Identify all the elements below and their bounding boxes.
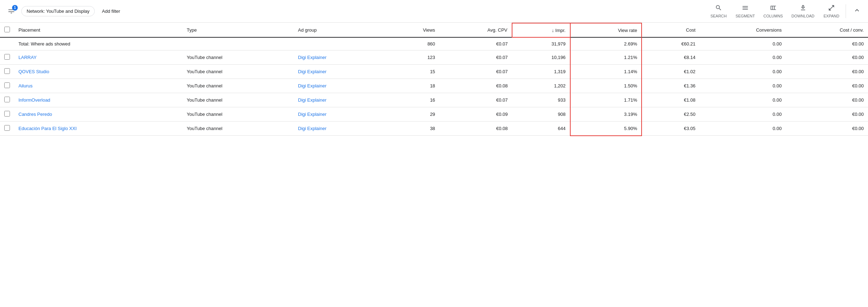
table-row: AilurusYouTube channelDigi Explainer18€0… [0,79,868,93]
download-icon [800,4,807,13]
columns-action[interactable]: COLUMNS [763,4,783,18]
total-checkbox-cell [0,37,14,50]
row-views: 29 [387,107,439,122]
network-filter-button[interactable]: Network: YouTube and Display [21,6,95,16]
table-header-row: Placement Type Ad group Views Avg. CPV ↓… [0,23,868,37]
total-cost: €60.21 [642,37,699,50]
row-conversions: 0.00 [700,93,786,107]
row-conversions: 0.00 [700,79,786,93]
total-cost-conv: €0.00 [786,37,868,50]
search-label: SEARCH [710,14,727,18]
table-row: QOVES StudioYouTube channelDigi Explaine… [0,65,868,79]
header-impr[interactable]: ↓ Impr. [512,23,570,37]
row-checkbox[interactable] [4,125,10,131]
row-checkbox[interactable] [4,68,10,74]
filter-count-badge: 1 [12,5,18,11]
row-conversions: 0.00 [700,122,786,136]
row-adgroup[interactable]: Digi Explainer [294,50,387,65]
row-adgroup[interactable]: Digi Explainer [294,122,387,136]
row-cost: €1.36 [642,79,699,93]
row-type: YouTube channel [182,107,293,122]
row-checkbox-cell [0,50,14,65]
row-placement[interactable]: Candres Peredo [14,107,182,122]
header-viewrate[interactable]: View rate [570,23,642,37]
filter-badge: 1 [6,6,17,17]
row-checkbox[interactable] [4,111,10,117]
row-cost-conv: €0.00 [786,93,868,107]
row-placement[interactable]: QOVES Studio [14,65,182,79]
row-checkbox[interactable] [4,97,10,102]
table-row: LARRAYYouTube channelDigi Explainer123€0… [0,50,868,65]
row-checkbox-cell [0,122,14,136]
row-type: YouTube channel [182,65,293,79]
header-avg-cpv[interactable]: Avg. CPV [439,23,512,37]
table-row: Candres PeredoYouTube channelDigi Explai… [0,107,868,122]
row-placement[interactable]: LARRAY [14,50,182,65]
placements-table: Placement Type Ad group Views Avg. CPV ↓… [0,23,868,136]
row-views: 16 [387,93,439,107]
header-cost-conv[interactable]: Cost / conv. [786,23,868,37]
row-cost: €1.02 [642,65,699,79]
row-adgroup[interactable]: Digi Explainer [294,79,387,93]
total-avg-cpv: €0.07 [439,37,512,50]
row-adgroup[interactable]: Digi Explainer [294,93,387,107]
toolbar: 1 Network: YouTube and Display Add filte… [0,0,868,23]
row-checkbox[interactable] [4,54,10,60]
row-placement[interactable]: InformOverload [14,93,182,107]
row-adgroup[interactable]: Digi Explainer [294,65,387,79]
header-placement[interactable]: Placement [14,23,182,37]
download-action[interactable]: DOWNLOAD [791,4,814,18]
total-viewrate: 2.69% [570,37,642,50]
row-impr: 1,202 [512,79,570,93]
row-impr: 1,319 [512,65,570,79]
header-conversions[interactable]: Conversions [700,23,786,37]
row-cost-conv: €0.00 [786,65,868,79]
collapse-button[interactable] [852,5,862,17]
row-cost: €8.14 [642,50,699,65]
row-avg-cpv: €0.08 [439,122,512,136]
row-checkbox-cell [0,93,14,107]
header-views[interactable]: Views [387,23,439,37]
header-checkbox-cell [0,23,14,37]
total-row: Total: Where ads showed 860 €0.07 31,979… [0,37,868,50]
row-viewrate: 5.90% [570,122,642,136]
row-impr: 10,196 [512,50,570,65]
row-viewrate: 1.21% [570,50,642,65]
row-viewrate: 3.19% [570,107,642,122]
row-avg-cpv: €0.08 [439,79,512,93]
row-conversions: 0.00 [700,65,786,79]
columns-icon [770,4,777,13]
columns-label: COLUMNS [763,14,783,18]
row-placement[interactable]: Educación Para El Siglo XXI [14,122,182,136]
row-viewrate: 1.14% [570,65,642,79]
header-type[interactable]: Type [182,23,293,37]
expand-action[interactable]: EXPAND [823,4,840,18]
header-cost[interactable]: Cost [642,23,699,37]
header-adgroup[interactable]: Ad group [294,23,387,37]
expand-label: EXPAND [824,14,839,18]
row-cost: €3.05 [642,122,699,136]
row-cost-conv: €0.00 [786,50,868,65]
segment-icon [742,4,749,13]
row-cost-conv: €0.00 [786,107,868,122]
row-adgroup[interactable]: Digi Explainer [294,107,387,122]
row-type: YouTube channel [182,122,293,136]
table-row: InformOverloadYouTube channelDigi Explai… [0,93,868,107]
row-checkbox[interactable] [4,82,10,88]
search-icon [715,4,722,13]
row-checkbox-cell [0,79,14,93]
segment-action[interactable]: SEGMENT [736,4,755,18]
row-checkbox-cell [0,107,14,122]
select-all-checkbox[interactable] [4,27,10,32]
filter-icon-wrap: 1 [6,6,17,17]
search-action[interactable]: SEARCH [710,4,727,18]
total-label: Total: Where ads showed [14,37,387,50]
row-cost-conv: €0.00 [786,79,868,93]
row-views: 38 [387,122,439,136]
add-filter-button[interactable]: Add filter [99,7,123,15]
row-cost: €2.50 [642,107,699,122]
data-table-wrap: Placement Type Ad group Views Avg. CPV ↓… [0,23,868,136]
row-views: 123 [387,50,439,65]
row-placement[interactable]: Ailurus [14,79,182,93]
row-avg-cpv: €0.07 [439,65,512,79]
